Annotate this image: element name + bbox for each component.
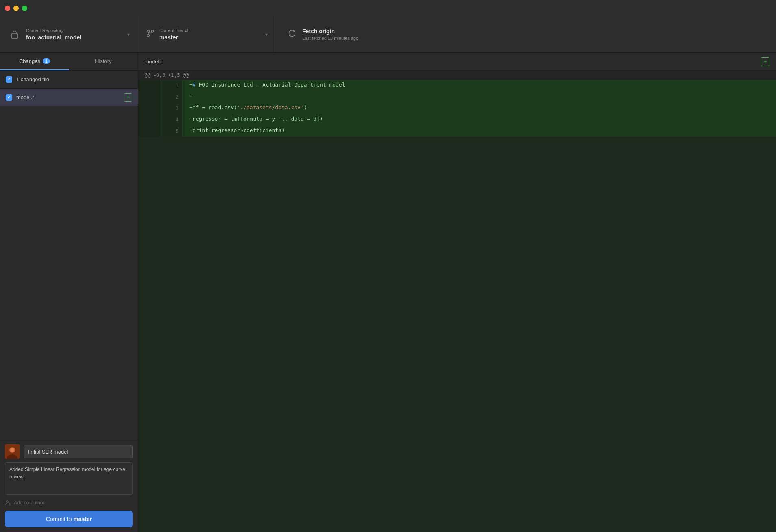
close-button[interactable] bbox=[5, 6, 10, 11]
diff-line-content-4: +regressor = lm(formula = y ~., data = d… bbox=[183, 114, 776, 125]
fetch-label: Fetch origin Last fetched 13 minutes ago bbox=[302, 28, 358, 41]
svg-point-3 bbox=[147, 35, 150, 37]
repo-chevron-icon: ▾ bbox=[127, 32, 130, 37]
changes-badge: 1 bbox=[43, 58, 50, 64]
branch-section[interactable]: Current Branch master ▾ bbox=[138, 16, 276, 52]
svg-point-7 bbox=[10, 448, 14, 452]
sidebar: Changes 1 History ✓ 1 changed file ✓ mod… bbox=[0, 53, 138, 532]
repo-sublabel: Current Repository bbox=[26, 28, 81, 33]
tabs: Changes 1 History bbox=[0, 53, 138, 71]
diff-line-5: 5 +print(regressor$coefficients) bbox=[138, 125, 776, 137]
diff-line-num-new-1: 1 bbox=[160, 80, 183, 91]
tab-changes[interactable]: Changes 1 bbox=[0, 53, 69, 70]
diff-add-badge: + bbox=[761, 57, 769, 66]
file-check-icon: ✓ bbox=[7, 95, 11, 100]
diff-line-content-5: +print(regressor$coefficients) bbox=[183, 125, 776, 137]
diff-line-num-new-5: 5 bbox=[160, 125, 183, 137]
diff-line-num-old-2 bbox=[138, 91, 160, 103]
fetch-sublabel: Last fetched 13 minutes ago bbox=[302, 36, 358, 41]
lock-icon bbox=[8, 28, 21, 41]
branch-chevron-icon: ▾ bbox=[265, 32, 268, 37]
diff-line-content-1: +# FOO Insurance Ltd – Actuarial Departm… bbox=[183, 80, 776, 91]
tab-changes-label: Changes bbox=[19, 58, 40, 64]
maximize-button[interactable] bbox=[22, 6, 27, 11]
diff-line-content-3: +df = read.csv('./datasets/data.csv') bbox=[183, 103, 776, 114]
avatar bbox=[5, 444, 20, 459]
diff-line-content-2: + bbox=[183, 91, 776, 103]
file-item-model-r[interactable]: ✓ model.r + bbox=[0, 89, 138, 106]
commit-button[interactable]: Commit to master bbox=[5, 511, 133, 527]
refresh-icon bbox=[288, 29, 297, 40]
branch-sublabel: Current Branch bbox=[159, 28, 190, 33]
svg-point-8 bbox=[6, 501, 8, 503]
diff-content[interactable]: @@ -0,0 +1,5 @@ 1 +# FOO Insurance Ltd –… bbox=[138, 71, 776, 532]
select-all-checkbox[interactable]: ✓ bbox=[6, 76, 12, 83]
diff-line-4: 4 +regressor = lm(formula = y ~., data =… bbox=[138, 114, 776, 125]
titlebar bbox=[0, 0, 776, 16]
diff-line-num-old-3 bbox=[138, 103, 160, 114]
fetch-section[interactable]: Fetch origin Last fetched 13 minutes ago bbox=[276, 16, 776, 52]
tab-history-label: History bbox=[95, 58, 111, 64]
commit-area: Added Simple Linear Regression model for… bbox=[0, 439, 138, 532]
topbar: Current Repository foo_actuarial_model ▾… bbox=[0, 16, 776, 53]
commit-title-input[interactable] bbox=[24, 445, 133, 458]
commit-title-row bbox=[5, 444, 133, 459]
check-icon: ✓ bbox=[7, 77, 11, 82]
coauthor-label: Add co-author bbox=[14, 500, 44, 506]
diff-line-num-old-1 bbox=[138, 80, 160, 91]
diff-line-3: 3 +df = read.csv('./datasets/data.csv') bbox=[138, 103, 776, 114]
svg-point-2 bbox=[152, 30, 154, 32]
diff-line-2: 2 + bbox=[138, 91, 776, 103]
commit-description-textarea[interactable]: Added Simple Linear Regression model for… bbox=[5, 462, 133, 495]
repo-value: foo_actuarial_model bbox=[26, 34, 81, 41]
file-checkbox-model-r[interactable]: ✓ bbox=[6, 94, 12, 101]
svg-rect-0 bbox=[11, 34, 18, 38]
fetch-title: Fetch origin bbox=[302, 28, 358, 35]
commit-button-branch: master bbox=[73, 516, 92, 522]
branch-label: Current Branch master bbox=[159, 28, 190, 41]
diff-panel: model.r + @@ -0,0 +1,5 @@ 1 +# FOO Insur… bbox=[138, 53, 776, 532]
file-name-model-r: model.r bbox=[16, 94, 120, 100]
tab-history[interactable]: History bbox=[69, 53, 138, 70]
repo-label: Current Repository foo_actuarial_model bbox=[26, 28, 81, 41]
main-layout: Changes 1 History ✓ 1 changed file ✓ mod… bbox=[0, 53, 776, 532]
diff-line-num-old-4 bbox=[138, 114, 160, 125]
branch-icon bbox=[146, 29, 154, 39]
diff-hunk-header: @@ -0,0 +1,5 @@ bbox=[138, 71, 776, 80]
diff-line-num-new-2: 2 bbox=[160, 91, 183, 103]
branch-value: master bbox=[159, 34, 190, 41]
commit-button-prefix: Commit to bbox=[46, 516, 74, 522]
diff-header: model.r + bbox=[138, 53, 776, 71]
minimize-button[interactable] bbox=[13, 6, 19, 11]
diff-line-1: 1 +# FOO Insurance Ltd – Actuarial Depar… bbox=[138, 80, 776, 91]
diff-line-num-new-3: 3 bbox=[160, 103, 183, 114]
diff-line-num-old-5 bbox=[138, 125, 160, 137]
file-added-badge-model-r: + bbox=[124, 93, 132, 102]
svg-point-1 bbox=[147, 30, 150, 32]
coauthor-button[interactable]: Add co-author bbox=[5, 498, 133, 508]
file-list: ✓ model.r + bbox=[0, 89, 138, 439]
repo-section[interactable]: Current Repository foo_actuarial_model ▾ bbox=[0, 16, 138, 52]
changed-files-count: 1 changed file bbox=[16, 76, 49, 82]
diff-line-num-new-4: 4 bbox=[160, 114, 183, 125]
changed-files-header: ✓ 1 changed file bbox=[0, 71, 138, 89]
diff-filename: model.r bbox=[145, 58, 756, 65]
